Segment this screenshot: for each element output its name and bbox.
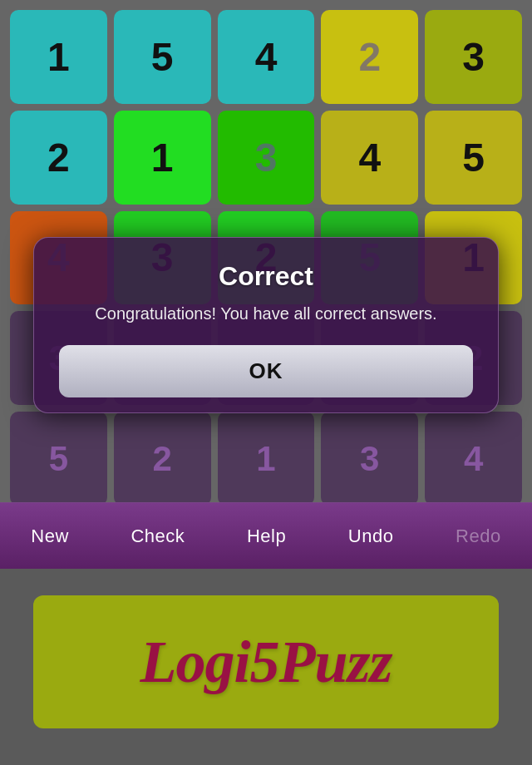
grid-row-2: 2 1 3 4 5 xyxy=(10,111,522,205)
toolbar: New Check Help Undo Redo xyxy=(0,502,532,569)
cell-1-1[interactable]: 1 xyxy=(10,10,107,104)
logo-text: Logi5Puzz xyxy=(140,628,392,697)
grid-row-1: 1 5 4 2 3 xyxy=(10,10,522,104)
logo-area: Logi5Puzz xyxy=(33,595,499,728)
cell-2-3[interactable]: 3 xyxy=(218,111,315,205)
cell-2-4[interactable]: 4 xyxy=(321,111,418,205)
cell-5-2: 2 xyxy=(114,412,211,506)
cell-1-3[interactable]: 4 xyxy=(218,10,315,104)
cell-5-5: 4 xyxy=(425,412,522,506)
redo-button: Redo xyxy=(441,517,516,555)
cell-2-5[interactable]: 5 xyxy=(425,111,522,205)
new-button[interactable]: New xyxy=(16,517,84,555)
help-button[interactable]: Help xyxy=(232,517,301,555)
cell-5-3: 1 xyxy=(218,412,315,506)
dialog-title: Correct xyxy=(59,261,473,292)
correct-dialog: Correct Congratulations! You have all co… xyxy=(33,237,499,413)
cell-2-2[interactable]: 1 xyxy=(114,111,211,205)
dialog-message: Congratulations! You have all correct an… xyxy=(59,302,473,325)
undo-button[interactable]: Undo xyxy=(333,517,409,555)
cell-2-1[interactable]: 2 xyxy=(10,111,107,205)
cell-5-4: 3 xyxy=(321,412,418,506)
check-button[interactable]: Check xyxy=(116,517,200,555)
grid-row-5: 5 2 1 3 4 xyxy=(10,412,522,506)
cell-1-2[interactable]: 5 xyxy=(114,10,211,104)
cell-1-5[interactable]: 3 xyxy=(425,10,522,104)
cell-1-4[interactable]: 2 xyxy=(321,10,418,104)
cell-5-1: 5 xyxy=(10,412,107,506)
ok-button[interactable]: OK xyxy=(59,345,473,397)
